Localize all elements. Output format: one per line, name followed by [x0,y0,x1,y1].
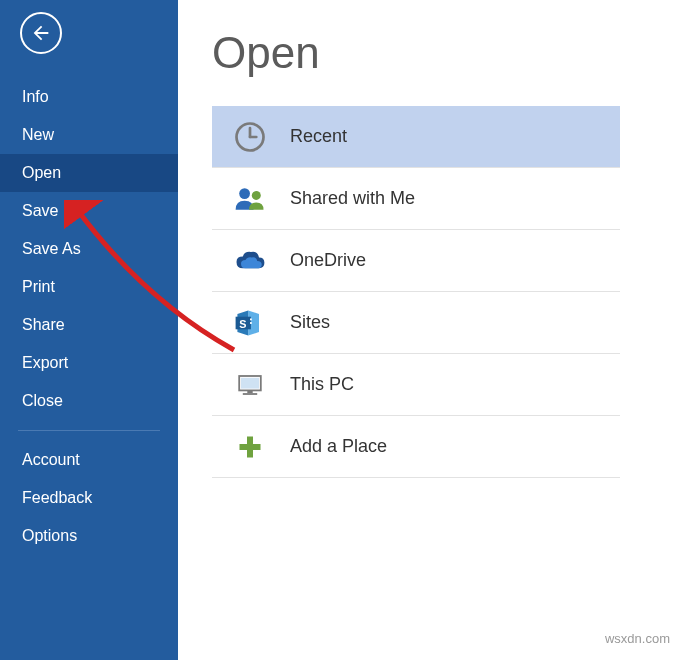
sidebar-item-label: Options [22,527,77,544]
sidebar-item-open[interactable]: Open [0,154,178,192]
location-item-sites[interactable]: S Sites [212,292,620,354]
clock-icon [230,117,270,157]
sidebar-item-save-as[interactable]: Save As [0,230,178,268]
back-button[interactable] [20,12,62,54]
svg-point-3 [239,188,250,199]
sidebar-item-close[interactable]: Close [0,382,178,420]
svg-rect-8 [250,322,252,324]
sidebar-item-info[interactable]: Info [0,78,178,116]
location-item-this-pc[interactable]: This PC [212,354,620,416]
sidebar-divider [18,430,160,431]
svg-rect-10 [241,377,259,388]
sidebar-item-account[interactable]: Account [0,441,178,479]
sidebar-item-label: Save [22,202,58,219]
location-list: Recent Shared with Me OneDrive S Sites T… [212,106,620,478]
cloud-icon [230,241,270,281]
location-label: OneDrive [290,250,366,271]
sites-icon: S [230,303,270,343]
watermark: wsxdn.com [605,631,670,646]
svg-rect-7 [250,318,252,320]
sidebar-item-new[interactable]: New [0,116,178,154]
sidebar-item-label: Info [22,88,49,105]
location-label: Recent [290,126,347,147]
sidebar-item-label: Close [22,392,63,409]
sidebar-item-label: Share [22,316,65,333]
sidebar-item-label: New [22,126,54,143]
back-arrow-icon [30,22,52,44]
sidebar-item-label: Open [22,164,61,181]
sidebar-item-label: Feedback [22,489,92,506]
svg-rect-11 [247,390,252,393]
sidebar-item-label: Export [22,354,68,371]
location-label: Add a Place [290,436,387,457]
plus-icon [230,427,270,467]
main-panel: Open Recent Shared with Me OneDrive S Si… [178,0,680,660]
page-title: Open [212,28,680,78]
sidebar-item-label: Save As [22,240,81,257]
svg-rect-14 [240,444,261,450]
sidebar-item-label: Account [22,451,80,468]
location-label: Sites [290,312,330,333]
svg-rect-12 [243,393,257,395]
sidebar-item-export[interactable]: Export [0,344,178,382]
svg-point-4 [252,190,261,199]
location-label: Shared with Me [290,188,415,209]
svg-text:S: S [239,317,246,329]
pc-icon [230,365,270,405]
sidebar-item-save[interactable]: Save [0,192,178,230]
sidebar-item-share[interactable]: Share [0,306,178,344]
sidebar-item-print[interactable]: Print [0,268,178,306]
location-item-recent[interactable]: Recent [212,106,620,168]
people-icon [230,179,270,219]
location-label: This PC [290,374,354,395]
sidebar-nav: Info New Open Save Save As Print Share E… [0,0,178,660]
sidebar-item-label: Print [22,278,55,295]
location-item-onedrive[interactable]: OneDrive [212,230,620,292]
location-item-add-place[interactable]: Add a Place [212,416,620,478]
location-item-shared[interactable]: Shared with Me [212,168,620,230]
sidebar-item-feedback[interactable]: Feedback [0,479,178,517]
sidebar-item-options[interactable]: Options [0,517,178,555]
